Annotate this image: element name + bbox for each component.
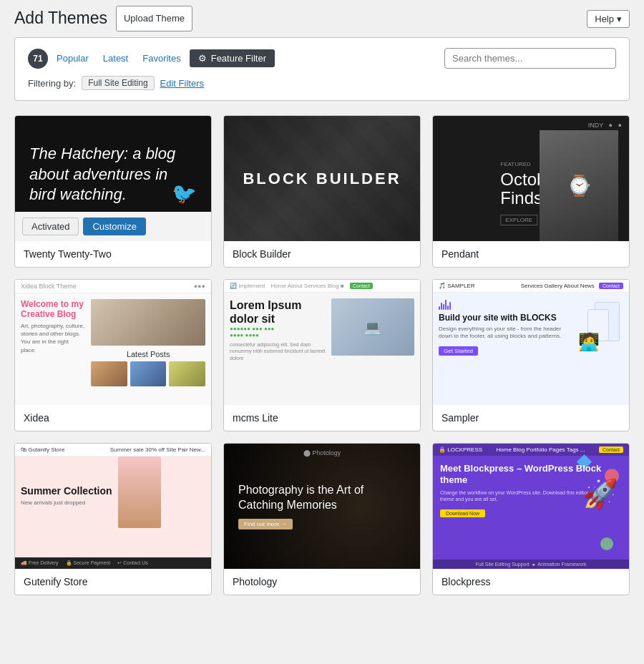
xidea-latest-posts: Latest Posts	[91, 350, 205, 358]
photology-cta-btn: Find out more →	[238, 519, 293, 529]
theme-thumbnail-sampler: 🎵 SAMPLER Services Gallery About News Co…	[433, 280, 629, 405]
xidea-sidebar-text: Art, photography, culture, stories and o…	[21, 322, 85, 354]
mcms-contact: Contact	[350, 283, 373, 289]
mcms-logo: 🔄 Implement	[230, 283, 265, 289]
theme-thumbnail-pendant: INDY ● ● FEATURED OctoberFinds EXPLORE ⌚	[433, 116, 629, 241]
gutenify-headline: Summer Collection	[21, 485, 112, 497]
feature-filter-label: Feature Filter	[211, 53, 266, 64]
sampler-header: 🎵 SAMPLER Services Gallery About News Co…	[433, 280, 629, 293]
edit-filters-button[interactable]: Edit Filters	[160, 78, 204, 89]
theme-card-gutenify-store[interactable]: 🛍 Gutanify Store Summer sale 30% off Sit…	[14, 443, 212, 595]
sampler-cta: Contact	[599, 283, 623, 289]
photology-content: Photography is the Art of Catching Memor…	[238, 483, 406, 529]
filter-favorites-button[interactable]: Favorites	[137, 50, 186, 67]
help-button[interactable]: Help ▾	[587, 10, 630, 28]
xidea-blog-title: Welcome to my Creative Blog	[21, 299, 85, 319]
gutenify-footer-1: 🚚 Free Delivery	[21, 560, 59, 566]
xidea-body: Welcome to my Creative Blog Art, photogr…	[15, 293, 211, 392]
gutenify-nav: Summer sale 30% off Site Pair New...	[110, 446, 205, 453]
filter-popular-button[interactable]: Popular	[51, 50, 94, 67]
feature-filter-button[interactable]: ⚙ Feature Filter	[190, 49, 275, 67]
theme-card-pendant[interactable]: INDY ● ● FEATURED OctoberFinds EXPLORE ⌚…	[432, 115, 630, 268]
block-builder-preview-text: BLOCK BUILDER	[243, 170, 401, 188]
wave-bar-1	[439, 306, 440, 310]
mcms-highlight-text: ●●●●●● ●●● ●●●●●●● ●●●●	[230, 326, 326, 338]
sampler-wave	[439, 299, 572, 310]
mcms-text-col: Lorem Ipsum dolor sit ●●●●●● ●●● ●●●●●●●…	[230, 298, 326, 361]
search-input[interactable]	[444, 48, 616, 69]
mcms-body-text: consectetur adipiscing elit. Sed diam no…	[230, 341, 326, 361]
theme-card-photology[interactable]: ⬤ Photology Photography is the Art of Ca…	[223, 443, 421, 595]
mcms-headline: Lorem Ipsum dolor sit	[230, 298, 326, 326]
mcms-header: 🔄 Implement Home About Services Blog ■ C…	[224, 280, 420, 293]
header-left: Add Themes Upload Theme	[14, 6, 192, 31]
mcms-side-image: 💻	[331, 298, 414, 356]
sampler-body: Build your site with BLOCKS Design every…	[433, 293, 629, 361]
sampler-illustration: 🧑‍💻	[578, 298, 623, 356]
pendant-nav: INDY ● ●	[588, 122, 622, 129]
main-content: 71 Popular Latest Favorites ⚙ Feature Fi…	[0, 37, 644, 610]
sampler-person-icon: 🧑‍💻	[578, 332, 600, 352]
rocket-icon: 🚀	[582, 477, 618, 511]
gutenify-preview: 🛍 Gutanify Store Summer sale 30% off Sit…	[15, 444, 211, 569]
upload-theme-button[interactable]: Upload Theme	[116, 6, 192, 31]
gutenify-header: 🛍 Gutanify Store Summer sale 30% off Sit…	[15, 444, 211, 456]
watch-icon: ⌚	[567, 174, 592, 197]
filter-row: Filtering by: Full Site Editing Edit Fil…	[28, 76, 616, 90]
theme-name-mcms-lite: mcms Lite	[224, 405, 420, 431]
theme-card-blockpress[interactable]: 🔒 LOCKPRESS Home Blog Portfolio Pages Ta…	[432, 443, 630, 595]
theme-thumbnail-gutenify-store: 🛍 Gutanify Store Summer sale 30% off Sit…	[15, 444, 211, 569]
filter-latest-button[interactable]: Latest	[97, 50, 134, 67]
mcms-nav: Home About Services Blog ■	[271, 283, 344, 289]
filter-bar: 71 Popular Latest Favorites ⚙ Feature Fi…	[14, 37, 630, 101]
blockpress-footer: Full Site Editing Support ● Animation Fr…	[433, 560, 629, 569]
sampler-text: Build your site with BLOCKS Design every…	[439, 299, 572, 356]
sampler-headline: Build your site with BLOCKS	[439, 313, 572, 323]
gutenify-hero: Summer Collection New arrivals just drop…	[15, 456, 211, 534]
theme-name-twenty-twenty-two: Twenty Twenty-Two	[15, 241, 211, 267]
gutenify-logo: 🛍 Gutanify Store	[21, 446, 64, 453]
xidea-dots: ●●●	[194, 283, 205, 290]
theme-card-sampler[interactable]: 🎵 SAMPLER Services Gallery About News Co…	[432, 279, 630, 431]
bp-shape-circle-green	[600, 537, 613, 550]
sampler-body-text: Design everything on your site - from th…	[439, 326, 572, 341]
theme-thumbnail-xidea: Xidea Block Theme ●●● Welcome to my Crea…	[15, 280, 211, 405]
theme-card-xidea[interactable]: Xidea Block Theme ●●● Welcome to my Crea…	[14, 279, 212, 431]
theme-card-block-builder[interactable]: BLOCK BUILDER Block Builder	[223, 115, 421, 268]
sampler-nav: Services Gallery About News Contact	[521, 283, 623, 289]
xidea-main: Latest Posts	[91, 299, 205, 386]
xidea-thumb-2	[130, 361, 167, 386]
filtering-by-label: Filtering by:	[28, 78, 76, 89]
wave-bar-3	[443, 304, 444, 310]
wave-bar-6	[449, 302, 451, 310]
blockpress-preview: 🔒 LOCKPRESS Home Blog Portfolio Pages Ta…	[433, 444, 629, 569]
theme-thumbnail-mcms-lite: 🔄 Implement Home About Services Blog ■ C…	[224, 280, 420, 405]
sampler-start-btn: Get Started	[439, 346, 478, 356]
theme-card-mcms-lite[interactable]: 🔄 Implement Home About Services Blog ■ C…	[223, 279, 421, 431]
theme-card-twenty-twenty-two[interactable]: ✓ Installed The Hatchery: a blog about a…	[14, 115, 212, 268]
theme-overlay-actions: Activated Customize	[15, 212, 211, 241]
help-label: Help	[595, 14, 614, 24]
photology-headline: Photography is the Art of Catching Memor…	[238, 483, 406, 513]
gutenify-footer-3: ↩ Contact Us	[117, 560, 148, 566]
blockpress-body: Meet Blockpress – WordPress Block theme …	[433, 456, 629, 524]
mcms-body: Lorem Ipsum dolor sit ●●●●●● ●●● ●●●●●●●…	[224, 293, 420, 367]
blockpress-download-btn: Download Now	[440, 509, 485, 517]
theme-thumbnail-photology: ⬤ Photology Photography is the Art of Ca…	[224, 444, 420, 569]
theme-name-gutenify-store: Gutenify Store	[15, 569, 211, 595]
xidea-preview: Xidea Block Theme ●●● Welcome to my Crea…	[15, 280, 211, 405]
xidea-logo: Xidea Block Theme	[21, 283, 77, 290]
help-chevron-icon: ▾	[617, 14, 622, 24]
themes-grid: ✓ Installed The Hatchery: a blog about a…	[14, 115, 630, 595]
gutenify-person-img	[118, 456, 161, 528]
theme-count-badge: 71	[28, 49, 48, 69]
pendant-watch-img: ⌚	[540, 130, 618, 241]
theme-name-pendant: Pendant	[433, 241, 629, 267]
sampler-preview: 🎵 SAMPLER Services Gallery About News Co…	[433, 280, 629, 405]
activated-button[interactable]: Activated	[22, 218, 79, 235]
filter-top: 71 Popular Latest Favorites ⚙ Feature Fi…	[28, 48, 616, 69]
customize-button[interactable]: Customize	[83, 218, 145, 235]
sampler-logo-icon: 🎵 SAMPLER	[439, 283, 474, 289]
gear-icon: ⚙	[198, 53, 207, 64]
xidea-sidebar: Welcome to my Creative Blog Art, photogr…	[21, 299, 85, 386]
